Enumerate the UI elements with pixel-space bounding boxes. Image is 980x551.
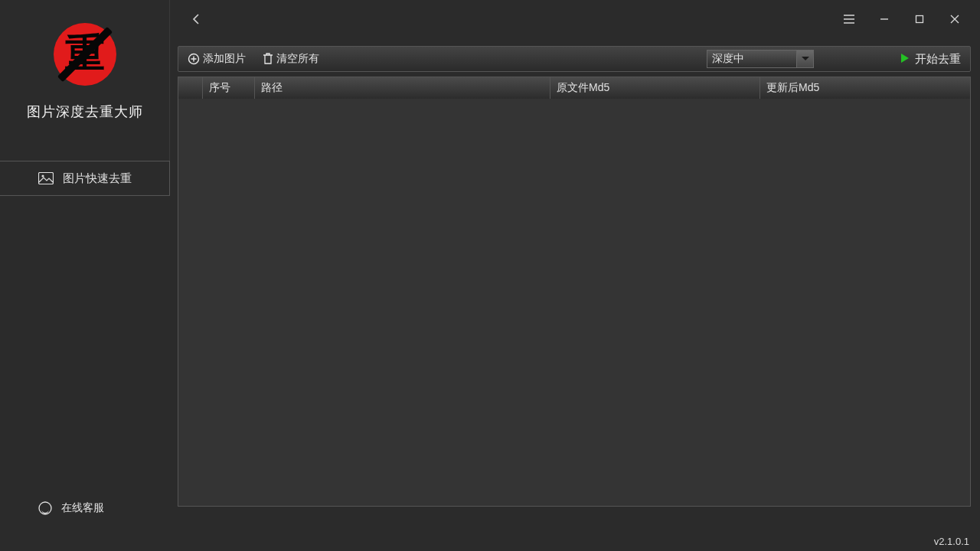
main-panel: 添加图片 清空所有 深度中 开始去 <box>170 0 980 531</box>
image-icon <box>38 172 54 184</box>
play-icon <box>900 53 910 66</box>
maximize-button[interactable] <box>902 8 937 31</box>
minimize-icon <box>880 15 889 24</box>
col-path[interactable]: 路径 <box>255 77 550 99</box>
start-label: 开始去重 <box>915 52 961 67</box>
back-button[interactable] <box>185 8 208 31</box>
close-button[interactable] <box>937 8 972 31</box>
start-dedupe-button[interactable]: 开始去重 <box>897 51 964 68</box>
sidebar-nav: 图片快速去重 <box>0 161 170 196</box>
minimize-button[interactable] <box>867 8 902 31</box>
chevron-down-icon <box>796 51 813 67</box>
trash-icon <box>263 53 273 65</box>
result-table: 序号 路径 原文件Md5 更新后Md5 <box>178 77 971 507</box>
menu-icon <box>844 15 854 24</box>
col-updated-md5[interactable]: 更新后Md5 <box>760 77 970 99</box>
clear-all-label: 清空所有 <box>276 52 319 66</box>
close-icon <box>950 15 959 24</box>
toolbar: 添加图片 清空所有 深度中 开始去 <box>178 46 971 72</box>
depth-select[interactable]: 深度中 <box>707 50 814 68</box>
col-blank[interactable] <box>178 77 203 99</box>
svg-rect-0 <box>39 173 54 184</box>
col-original-md5[interactable]: 原文件Md5 <box>550 77 760 99</box>
clear-all-button[interactable]: 清空所有 <box>260 50 322 68</box>
add-images-label: 添加图片 <box>203 52 246 66</box>
maximize-icon <box>915 15 924 24</box>
statusbar: v2.1.0.1 <box>0 531 980 551</box>
window-controls <box>831 8 972 31</box>
plus-circle-icon <box>188 53 200 65</box>
depth-select-value: 深度中 <box>707 52 744 66</box>
sidebar: 重 图片深度去重大师 图片快速去重 在线客服 <box>0 0 170 531</box>
support-label: 在线客服 <box>61 501 104 515</box>
add-images-button[interactable]: 添加图片 <box>185 50 249 68</box>
table-body <box>178 99 970 506</box>
col-index[interactable]: 序号 <box>203 77 255 99</box>
sidebar-item-label: 图片快速去重 <box>63 171 132 186</box>
menu-button[interactable] <box>831 8 867 31</box>
table-header: 序号 路径 原文件Md5 更新后Md5 <box>178 77 970 99</box>
chevron-left-icon <box>191 14 202 24</box>
titlebar <box>170 0 980 38</box>
content-area: 添加图片 清空所有 深度中 开始去 <box>170 38 980 531</box>
app-logo: 重 <box>54 23 116 86</box>
svg-point-1 <box>41 174 44 177</box>
version-label: v2.1.0.1 <box>934 536 969 547</box>
svg-point-2 <box>39 502 51 514</box>
app-title: 图片深度去重大师 <box>27 103 143 121</box>
support-icon <box>38 501 52 515</box>
online-support-button[interactable]: 在线客服 <box>0 485 170 531</box>
sidebar-item-quick-dedupe[interactable]: 图片快速去重 <box>0 161 170 196</box>
svg-rect-3 <box>916 16 923 23</box>
logo-block: 重 图片深度去重大师 <box>0 0 170 161</box>
